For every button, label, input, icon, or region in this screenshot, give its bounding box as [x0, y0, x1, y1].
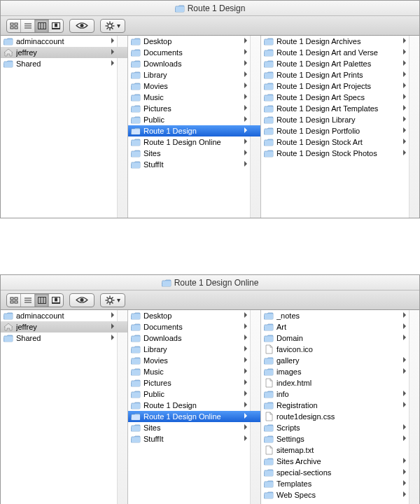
- column-row[interactable]: gallery: [261, 355, 419, 366]
- column-row[interactable]: jeffrey: [1, 321, 127, 332]
- column-row[interactable]: Sites: [128, 422, 260, 433]
- finder-column[interactable]: Desktop Documents Downloads Library Movi…: [128, 310, 261, 504]
- disclosure-arrow-icon: [111, 323, 115, 329]
- column-row[interactable]: StuffIt: [128, 159, 260, 170]
- column-row[interactable]: adminaccount: [1, 310, 127, 321]
- column-row[interactable]: index.html: [261, 377, 419, 388]
- action-menu-button[interactable]: ▾: [100, 19, 125, 33]
- finder-column[interactable]: _notes Art Domain favicon.ico gallery: [261, 310, 419, 504]
- column-row[interactable]: Route 1 Design: [128, 400, 260, 411]
- column-row[interactable]: Templates: [261, 478, 419, 489]
- row-label: Public: [144, 390, 249, 398]
- column-row[interactable]: Downloads: [128, 332, 260, 344]
- column-row[interactable]: Route 1 Design Art and Verse: [261, 47, 419, 58]
- finder-column[interactable]: adminaccount jeffrey Shared: [1, 310, 128, 504]
- column-row[interactable]: Route 1 Design Art Projects: [261, 80, 419, 92]
- titlebar[interactable]: Route 1 Design Online: [1, 275, 419, 290]
- column-row[interactable]: sitemap.txt: [261, 444, 419, 456]
- column-row[interactable]: Pictures: [128, 103, 260, 114]
- row-label: Documents: [144, 48, 249, 57]
- eye-icon: [76, 22, 88, 29]
- column-row[interactable]: Desktop: [128, 36, 260, 47]
- view-icon-coverflow[interactable]: [49, 294, 63, 307]
- quicklook-button[interactable]: [69, 19, 94, 33]
- svg-rect-30: [38, 297, 46, 303]
- quicklook-button[interactable]: [69, 293, 94, 307]
- finder-column[interactable]: Desktop Documents Downloads Library Movi…: [128, 36, 261, 218]
- column-row[interactable]: Music: [128, 92, 260, 103]
- action-menu-button[interactable]: ▾: [100, 293, 125, 307]
- column-row[interactable]: Movies: [128, 80, 260, 92]
- column-row[interactable]: Shared: [1, 58, 127, 69]
- column-row[interactable]: Music: [128, 366, 260, 377]
- column-row[interactable]: Desktop: [128, 310, 260, 321]
- column-row[interactable]: Route 1 Design Library: [261, 114, 419, 125]
- disclosure-arrow-icon: [244, 116, 248, 122]
- view-switcher[interactable]: [6, 19, 64, 33]
- disclosure-arrow-icon: [402, 435, 407, 441]
- column-row[interactable]: Pictures: [128, 377, 260, 388]
- column-row[interactable]: Route 1 Design Art Specs: [261, 92, 419, 103]
- column-row[interactable]: Movies: [128, 355, 260, 366]
- column-row[interactable]: Route 1 Design Art Palettes: [261, 58, 419, 69]
- column-row[interactable]: route1design.css: [261, 411, 419, 422]
- column-row[interactable]: Public: [128, 388, 260, 400]
- column-row[interactable]: Documents: [128, 47, 260, 58]
- column-row[interactable]: Sites Archive: [261, 456, 419, 467]
- column-row[interactable]: _notes: [261, 310, 419, 321]
- disclosure-arrow-icon: [244, 312, 248, 318]
- column-row[interactable]: Web Specs: [261, 489, 419, 500]
- column-row[interactable]: images: [261, 366, 419, 377]
- column-row[interactable]: Route 1 Design Art Prints: [261, 69, 419, 80]
- column-row[interactable]: adminaccount: [1, 36, 127, 47]
- view-icon-grid[interactable]: [7, 294, 21, 307]
- column-row[interactable]: Art: [261, 321, 419, 332]
- disclosure-arrow-icon: [402, 323, 407, 329]
- column-row[interactable]: Domain: [261, 332, 419, 344]
- column-row[interactable]: Route 1 Design: [128, 125, 260, 136]
- view-icon-columns[interactable]: [35, 294, 49, 307]
- view-icon-grid[interactable]: [7, 20, 21, 32]
- column-row[interactable]: Route 1 Design Stock Photos: [261, 148, 419, 159]
- column-row[interactable]: jeffrey: [1, 47, 127, 58]
- view-icon-coverflow[interactable]: [49, 20, 63, 32]
- column-row[interactable]: Library: [128, 344, 260, 355]
- disclosure-arrow-icon: [244, 335, 248, 340]
- column-row[interactable]: StuffIt: [128, 433, 260, 444]
- column-row[interactable]: Shared: [1, 332, 127, 344]
- finder-column[interactable]: adminaccount jeffrey Shared: [1, 36, 128, 218]
- column-row[interactable]: Sites: [128, 148, 260, 159]
- folder-icon: [264, 70, 274, 80]
- svg-rect-11: [55, 23, 57, 27]
- column-row[interactable]: Library: [128, 69, 260, 80]
- column-row[interactable]: Downloads: [128, 58, 260, 69]
- column-row[interactable]: Public: [128, 114, 260, 125]
- view-icon-columns[interactable]: [35, 20, 49, 32]
- folder-icon: [264, 322, 274, 332]
- column-row[interactable]: Settings: [261, 433, 419, 444]
- view-icon-list[interactable]: [21, 294, 35, 307]
- column-row[interactable]: Route 1 Design Art Templates: [261, 103, 419, 114]
- column-row[interactable]: Scripts: [261, 422, 419, 433]
- disclosure-arrow-icon: [244, 402, 248, 407]
- view-icon-list[interactable]: [21, 20, 35, 32]
- svg-rect-24: [15, 298, 18, 300]
- column-row[interactable]: Route 1 Design Portfolio: [261, 125, 419, 136]
- column-row[interactable]: Route 1 Design Online: [128, 136, 260, 148]
- column-row[interactable]: Documents: [128, 321, 260, 332]
- column-row[interactable]: Route 1 Design Online: [128, 411, 260, 422]
- view-switcher[interactable]: [6, 293, 64, 307]
- column-row[interactable]: Registration: [261, 400, 419, 411]
- column-row[interactable]: favicon.ico: [261, 344, 419, 355]
- titlebar[interactable]: Route 1 Design: [1, 1, 419, 16]
- disclosure-arrow-icon: [402, 312, 407, 318]
- svg-point-13: [80, 24, 84, 27]
- column-row[interactable]: Route 1 Design Archives: [261, 36, 419, 47]
- column-row[interactable]: Route 1 Design Stock Art: [261, 136, 419, 148]
- column-row[interactable]: info: [261, 388, 419, 400]
- disclosure-arrow-icon: [244, 346, 248, 351]
- disclosure-arrow-icon: [244, 94, 248, 99]
- finder-column[interactable]: Route 1 Design Archives Route 1 Design A…: [261, 36, 419, 218]
- column-row[interactable]: special-sections: [261, 467, 419, 478]
- row-label: Route 1 Design Art and Verse: [276, 48, 408, 57]
